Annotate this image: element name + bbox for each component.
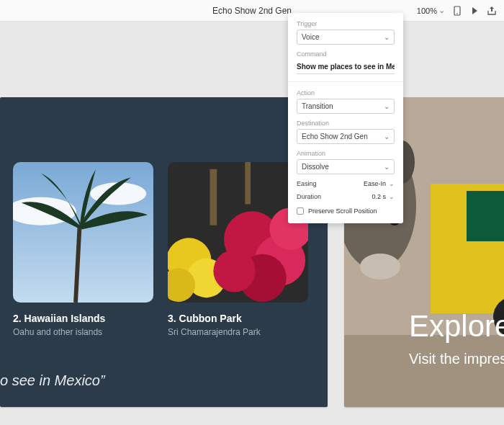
svg-rect-16: [245, 162, 251, 205]
zoom-dropdown[interactable]: 100% ⌄: [417, 6, 445, 15]
app-toolbar: Echo Show 2nd Gen 100% ⌄: [0, 0, 504, 22]
prototype-panel: Trigger Voice⌄ Command Action Transition…: [288, 13, 403, 223]
chevron-down-icon: ⌄: [384, 33, 390, 41]
chevron-down-icon: ⌄: [384, 133, 390, 140]
action-select[interactable]: Transition⌄: [297, 99, 395, 114]
svg-rect-15: [210, 169, 217, 225]
artboard-places[interactable]: 2. Hawaiian Islands Oahu and other islan…: [0, 97, 328, 407]
canvas: Echo Show 2nd Gen 100% ⌄: [0, 0, 504, 425]
label-command: Command: [297, 50, 395, 58]
subline: Visit the impres: [409, 351, 504, 367]
chevron-down-icon: ⌄: [384, 102, 390, 110]
voice-quote: o see in Mexico”: [0, 372, 105, 389]
destination-select[interactable]: Echo Show 2nd Gen⌄: [297, 129, 395, 144]
svg-point-26: [360, 254, 400, 279]
animation-select[interactable]: Dissolve⌄: [297, 159, 395, 174]
toolbar-right: 100% ⌄: [417, 6, 497, 16]
trigger-select[interactable]: Voice⌄: [297, 30, 395, 45]
checkbox-icon: [297, 207, 304, 215]
label-trigger: Trigger: [297, 20, 395, 27]
card-image: [13, 162, 153, 303]
svg-rect-21: [344, 335, 504, 407]
card-title: 3. Cubbon Park: [168, 313, 308, 324]
command-input[interactable]: [297, 60, 395, 74]
svg-rect-19: [467, 191, 504, 241]
share-icon[interactable]: [487, 6, 497, 16]
place-card[interactable]: 3. Cubbon Park Sri Chamarajendra Park: [168, 162, 308, 337]
svg-point-14: [213, 250, 256, 292]
zoom-value: 100%: [417, 6, 437, 15]
label-destination: Destination: [297, 120, 395, 127]
label-animation: Animation: [297, 150, 395, 157]
chevron-down-icon: ⌄: [389, 180, 395, 187]
label-action: Action: [297, 89, 395, 97]
card-image: [168, 162, 308, 303]
headline: Explore: [409, 309, 504, 344]
preserve-scroll-label: Preserve Scroll Position: [308, 207, 377, 215]
svg-point-1: [456, 13, 458, 14]
chevron-down-icon: ⌄: [438, 6, 445, 15]
card-subtitle: Sri Chamarajendra Park: [168, 327, 308, 337]
card-subtitle: Oahu and other islands: [13, 327, 153, 337]
label-easing: Easing: [297, 180, 317, 187]
chevron-down-icon: ⌄: [384, 163, 390, 171]
chevron-down-icon: ⌄: [389, 193, 395, 200]
label-duration: Duration: [297, 193, 321, 200]
play-icon[interactable]: [469, 6, 480, 16]
card-title: 2. Hawaiian Islands: [13, 313, 153, 324]
duration-select[interactable]: 0.2 s⌄: [372, 193, 395, 200]
place-card[interactable]: 2. Hawaiian Islands Oahu and other islan…: [13, 162, 153, 337]
device-preview-icon[interactable]: [452, 6, 462, 16]
preserve-scroll-checkbox[interactable]: Preserve Scroll Position: [297, 207, 395, 215]
easing-select[interactable]: Ease-In⌄: [364, 180, 395, 187]
svg-rect-2: [13, 162, 153, 303]
